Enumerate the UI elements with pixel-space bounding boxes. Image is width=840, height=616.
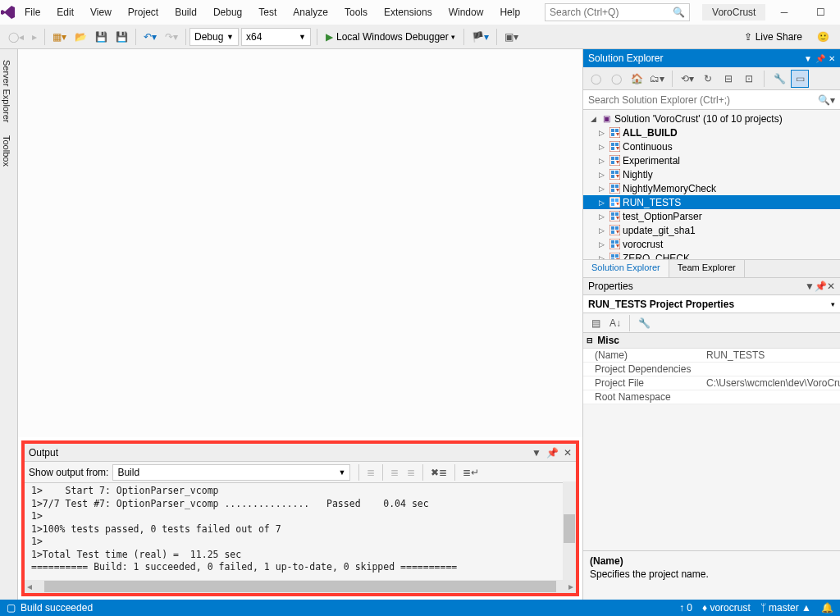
project-node-NightlyMemoryCheck[interactable]: ▷NightlyMemoryCheck [583,181,840,195]
start-debug-button[interactable]: ▶ Local Windows Debugger ▾ [321,29,460,45]
se-properties-button[interactable]: 🔧 [770,70,788,88]
project-node-test_OptionParser[interactable]: ▷test_OptionParser [583,209,840,223]
redo-button[interactable]: ↷▾ [161,29,182,45]
solution-node[interactable]: ◢ ▣ Solution 'VoroCrust' (10 of 10 proje… [583,112,840,125]
menu-help[interactable]: Help [491,2,528,22]
project-node-Experimental[interactable]: ▷Experimental [583,153,840,167]
status-repo[interactable]: ♦ vorocrust [702,602,751,614]
start-debug-label: Local Windows Debugger [336,31,449,43]
svg-rect-38 [615,254,619,258]
undo-button[interactable]: ↶▾ [139,29,161,45]
menu-extensions[interactable]: Extensions [376,2,441,22]
word-wrap-button[interactable]: ≣↵ [459,464,483,481]
toolbox-tab[interactable]: Toolbox [0,129,13,173]
output-tool-1[interactable]: ≣ [363,464,379,481]
prop-category-misc[interactable]: ⊟ Misc [583,333,840,349]
config-dropdown[interactable]: Debug▼ [189,28,239,46]
project-node-ZERO_CHECK[interactable]: ▷ZERO_CHECK [583,251,840,259]
search-icon: 🔍▾ [818,94,835,106]
se-sync-button[interactable]: ⟲▾ [678,70,696,88]
se-switch-views-button[interactable]: 🗂▾ [648,70,666,88]
menu-test[interactable]: Test [250,2,285,22]
project-node-Continuous[interactable]: ▷Continuous [583,139,840,153]
menu-build[interactable]: Build [167,2,205,22]
main-menu: FileEditViewProjectBuildDebugTestAnalyze… [16,2,528,22]
menu-view[interactable]: View [82,2,120,22]
status-branch[interactable]: ᛘ master ▲ [760,602,811,614]
feedback-icon[interactable]: 🙂 [817,31,829,43]
se-home-button[interactable]: 🏠 [628,70,646,88]
solution-explorer-search[interactable]: 🔍▾ [583,90,840,110]
properties-subject[interactable]: RUN_TESTS Project Properties ▾ [583,295,840,313]
solution-name-pill[interactable]: VoroCrust [702,4,765,21]
nav-fwd-button[interactable]: ▸ [28,29,41,45]
save-button[interactable]: 💾 [91,29,112,45]
close-icon[interactable]: ✕ [829,54,835,63]
global-search[interactable]: 🔍 [545,3,690,21]
output-vscroll[interactable] [564,514,575,543]
dropdown-icon[interactable]: ▼ [805,281,815,292]
tool-icon[interactable]: 🏴▾ [468,29,493,45]
se-show-all-button[interactable]: ⊡ [740,70,758,88]
prop-row[interactable]: Root Namespace [583,390,840,404]
new-project-button[interactable]: ▦▾ [48,29,71,45]
minimize-button[interactable]: ─ [765,0,802,25]
tab-team-explorer[interactable]: Team Explorer [669,260,745,277]
se-fwd-button[interactable]: ◯ [607,70,625,88]
nav-back-button[interactable]: ◯◂ [4,29,28,45]
global-search-input[interactable] [550,7,673,18]
project-node-ALL_BUILD[interactable]: ▷ALL_BUILD [583,125,840,139]
prop-row[interactable]: (Name)RUN_TESTS [583,349,840,363]
maximize-button[interactable]: ☐ [802,0,839,25]
pin-icon[interactable]: 📌 [815,281,827,292]
status-pending[interactable]: ↑ 0 [679,602,692,614]
save-all-button[interactable]: 💾 [112,29,132,45]
se-refresh-button[interactable]: ↻ [699,70,717,88]
server-explorer-tab[interactable]: Server Explorer [0,53,13,129]
menu-analyze[interactable]: Analyze [285,2,336,22]
output-hscroll[interactable]: ◂▸ [25,580,576,593]
solution-explorer-search-input[interactable] [588,94,818,106]
categorized-button[interactable]: ▤ [587,314,605,332]
output-textarea[interactable]: 1> Start 7: OptionParser_vcomp 1>7/7 Tes… [25,483,576,580]
pin-icon[interactable]: 📌 [546,447,559,459]
se-collapse-button[interactable]: ⊟ [719,70,737,88]
dropdown-icon[interactable]: ▼ [532,447,541,459]
clear-output-button[interactable]: ✖≣ [427,464,451,481]
pin-icon[interactable]: 📌 [815,54,825,63]
menu-window[interactable]: Window [441,2,492,22]
project-node-update_git_sha1[interactable]: ▷update_git_sha1 [583,223,840,237]
dropdown-icon[interactable]: ▼ [804,54,812,63]
se-preview-button[interactable]: ▭ [791,70,809,88]
se-back-button[interactable]: ◯ [587,70,605,88]
output-tool-2[interactable]: ≣ [386,464,403,481]
output-tool-3[interactable]: ≣ [403,464,419,481]
status-text: Build succeeded [21,602,93,614]
prop-row[interactable]: Project Dependencies [583,363,840,376]
solution-tree[interactable]: ◢ ▣ Solution 'VoroCrust' (10 of 10 proje… [583,110,840,259]
menu-debug[interactable]: Debug [205,2,250,22]
open-button[interactable]: 📂 [71,29,91,45]
properties-grid: ⊟ Misc (Name)RUN_TESTSProject Dependenci… [583,333,840,404]
prop-row[interactable]: Project FileC:\Users\wcmclen\dev\VoroCru… [583,376,840,390]
svg-rect-11 [611,161,614,164]
close-icon[interactable]: ✕ [827,281,835,292]
output-source-dropdown[interactable]: Build ▼ [112,464,350,481]
platform-dropdown[interactable]: x64▼ [241,28,311,46]
project-node-RUN_TESTS[interactable]: ▷RUN_TESTS [583,195,840,209]
wrench-icon[interactable]: 🔧 [635,314,653,332]
status-bell-icon[interactable]: 🔔 [821,602,833,614]
tool-icon-2[interactable]: ▣▾ [500,29,523,45]
tab-solution-explorer[interactable]: Solution Explorer [583,260,669,277]
liveshare-button[interactable]: Live Share [756,31,802,43]
menu-edit[interactable]: Edit [48,2,82,22]
project-node-Nightly[interactable]: ▷Nightly [583,167,840,181]
menu-file[interactable]: File [16,2,48,22]
project-node-vorocrust[interactable]: ▷vorocrust [583,237,840,251]
project-label: RUN_TESTS [623,197,681,208]
editor-area [18,49,582,437]
alphabetical-button[interactable]: A↓ [606,314,624,332]
menu-tools[interactable]: Tools [336,2,376,22]
close-icon[interactable]: ✕ [564,447,572,459]
menu-project[interactable]: Project [120,2,167,22]
